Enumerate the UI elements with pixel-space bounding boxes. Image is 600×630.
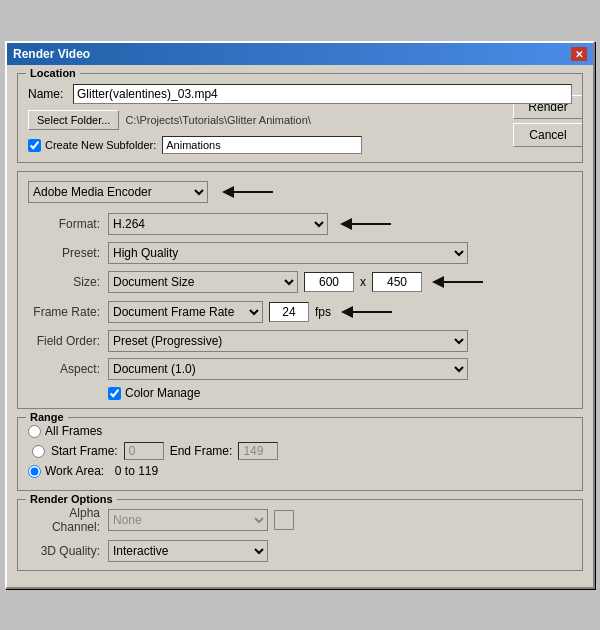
color-manage-row: Color Manage bbox=[28, 386, 572, 400]
folder-path: C:\Projects\Tutorials\Glitter Animation\ bbox=[125, 114, 310, 126]
fps-label: fps bbox=[315, 305, 331, 319]
start-frame-radio[interactable] bbox=[32, 445, 45, 458]
alpha-row: Alpha Channel: None bbox=[28, 506, 572, 534]
fps-input[interactable] bbox=[269, 302, 309, 322]
name-row: Name: bbox=[28, 84, 572, 104]
start-frame-label: Start Frame: bbox=[51, 444, 118, 458]
field-order-row: Field Order: Preset (Progressive) bbox=[28, 330, 572, 352]
arrow-indicator-size bbox=[428, 270, 488, 294]
end-frame-input[interactable] bbox=[238, 442, 278, 460]
format-control: H.264 bbox=[108, 212, 572, 236]
size-select[interactable]: Document Size bbox=[108, 271, 298, 293]
alpha-color-swatch[interactable] bbox=[274, 510, 294, 530]
arrow-indicator-encoder bbox=[218, 180, 278, 204]
preset-control: High Quality bbox=[108, 242, 572, 264]
aspect-label: Aspect: bbox=[28, 362, 108, 376]
field-order-label: Field Order: bbox=[28, 334, 108, 348]
work-area-radio[interactable] bbox=[28, 465, 41, 478]
name-label: Name: bbox=[28, 87, 73, 101]
start-frame-input[interactable] bbox=[124, 442, 164, 460]
title-bar: Render Video ✕ bbox=[7, 43, 593, 65]
field-order-select[interactable]: Preset (Progressive) bbox=[108, 330, 468, 352]
work-area-label: Work Area: bbox=[45, 464, 111, 478]
arrow-indicator-format bbox=[336, 212, 396, 236]
format-row: Format: H.264 bbox=[28, 212, 572, 236]
frame-range-row: Start Frame: End Frame: bbox=[28, 442, 572, 460]
preset-row: Preset: High Quality bbox=[28, 242, 572, 264]
location-label: Location bbox=[26, 67, 80, 79]
arrow-indicator-fps bbox=[337, 300, 397, 324]
width-input[interactable] bbox=[304, 272, 354, 292]
aspect-control: Document (1.0) bbox=[108, 358, 572, 380]
height-input[interactable] bbox=[372, 272, 422, 292]
alpha-label: Alpha Channel: bbox=[28, 506, 108, 534]
color-manage-checkbox[interactable] bbox=[108, 387, 121, 400]
dialog-title: Render Video bbox=[13, 47, 90, 61]
alpha-select[interactable]: None bbox=[108, 509, 268, 531]
encoder-type-row: Adobe Media Encoder bbox=[28, 180, 572, 204]
format-label: Format: bbox=[28, 217, 108, 231]
range-label: Range bbox=[26, 411, 68, 423]
size-label: Size: bbox=[28, 275, 108, 289]
work-area-row: Work Area: 0 to 119 bbox=[28, 464, 572, 478]
encoder-section: Adobe Media Encoder Format: bbox=[17, 171, 583, 409]
encoder-type-select[interactable]: Adobe Media Encoder bbox=[28, 181, 208, 203]
range-group: Range All Frames Start Frame: End Frame:… bbox=[17, 417, 583, 491]
all-frames-radio[interactable] bbox=[28, 425, 41, 438]
aspect-select[interactable]: Document (1.0) bbox=[108, 358, 468, 380]
end-frame-label: End Frame: bbox=[170, 444, 233, 458]
field-order-control: Preset (Progressive) bbox=[108, 330, 572, 352]
quality-select[interactable]: Interactive bbox=[108, 540, 268, 562]
render-options-label: Render Options bbox=[26, 493, 117, 505]
aspect-row: Aspect: Document (1.0) bbox=[28, 358, 572, 380]
subfolder-row: Create New Subfolder: bbox=[28, 136, 572, 154]
all-frames-label: All Frames bbox=[45, 424, 102, 438]
work-area-value: 0 to 119 bbox=[115, 464, 158, 478]
all-frames-row: All Frames bbox=[28, 424, 572, 438]
size-row: Size: Document Size x bbox=[28, 270, 572, 294]
render-video-dialog: Render Video ✕ Render Cancel Location Na… bbox=[5, 41, 595, 589]
quality-row: 3D Quality: Interactive bbox=[28, 540, 572, 562]
quality-label: 3D Quality: bbox=[28, 544, 108, 558]
encoder-dropdown-wrapper: Adobe Media Encoder bbox=[28, 181, 208, 203]
name-input[interactable] bbox=[73, 84, 572, 104]
folder-row: Select Folder... C:\Projects\Tutorials\G… bbox=[28, 110, 572, 130]
x-label: x bbox=[360, 275, 366, 289]
render-options-group: Render Options Alpha Channel: None 3D Qu… bbox=[17, 499, 583, 571]
framerate-label: Frame Rate: bbox=[28, 305, 108, 319]
subfolder-checkbox-label[interactable]: Create New Subfolder: bbox=[28, 139, 156, 152]
color-manage-label: Color Manage bbox=[125, 386, 200, 400]
close-button[interactable]: ✕ bbox=[571, 47, 587, 61]
location-group: Location Name: Select Folder... C:\Proje… bbox=[17, 73, 583, 163]
framerate-select[interactable]: Document Frame Rate bbox=[108, 301, 263, 323]
framerate-row: Frame Rate: Document Frame Rate fps bbox=[28, 300, 572, 324]
format-select[interactable]: H.264 bbox=[108, 213, 328, 235]
subfolder-checkbox[interactable] bbox=[28, 139, 41, 152]
preset-label: Preset: bbox=[28, 246, 108, 260]
preset-select[interactable]: High Quality bbox=[108, 242, 468, 264]
subfolder-label: Create New Subfolder: bbox=[45, 139, 156, 151]
framerate-control: Document Frame Rate fps bbox=[108, 300, 572, 324]
subfolder-input[interactable] bbox=[162, 136, 362, 154]
size-control: Document Size x bbox=[108, 270, 572, 294]
select-folder-button[interactable]: Select Folder... bbox=[28, 110, 119, 130]
